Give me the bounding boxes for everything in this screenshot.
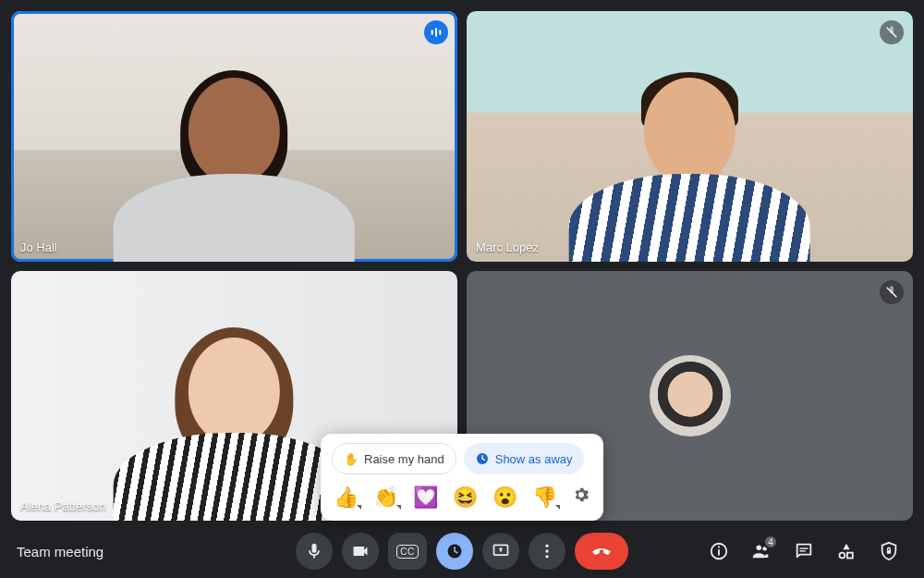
meet-app: Jo Hall Marc Lopez Alena Patterson: [0, 0, 924, 578]
svg-point-6: [545, 545, 548, 547]
svg-point-16: [839, 553, 845, 559]
skintone-caret-icon: [396, 505, 401, 510]
reaction-surprised[interactable]: 😮: [492, 487, 517, 508]
show-as-away-button[interactable]: Show as away: [464, 443, 584, 474]
activities-button[interactable]: [828, 533, 865, 570]
svg-rect-14: [799, 547, 808, 548]
present-button[interactable]: [482, 533, 519, 570]
svg-rect-11: [718, 547, 720, 548]
camera-icon: [351, 542, 370, 560]
muted-icon: [880, 280, 904, 304]
participant-name: Alena Patterson: [20, 499, 106, 513]
skintone-caret-icon: [555, 505, 560, 510]
speaking-indicator-icon: [424, 20, 448, 44]
hand-icon: ✋: [344, 452, 359, 466]
reactions-button[interactable]: [436, 533, 473, 570]
participant-video: [101, 67, 369, 262]
svg-rect-15: [799, 550, 805, 551]
reaction-heart[interactable]: 💟: [413, 487, 438, 508]
svg-rect-18: [887, 550, 892, 554]
svg-rect-2: [439, 30, 441, 34]
gear-icon: [572, 486, 590, 504]
svg-rect-17: [847, 553, 853, 559]
svg-rect-10: [718, 549, 720, 555]
captions-button[interactable]: CC: [388, 533, 427, 570]
participant-name: Jo Hall: [20, 240, 57, 254]
avatar: [650, 355, 731, 437]
svg-rect-0: [432, 30, 433, 34]
chat-icon: [794, 541, 814, 561]
clock-icon: [445, 542, 464, 560]
raise-hand-button[interactable]: ✋ Raise my hand: [332, 443, 456, 474]
chat-button[interactable]: [785, 533, 822, 570]
right-controls: 4: [700, 533, 907, 570]
bottom-bar: Team meeting CC: [0, 524, 924, 578]
people-count-badge: 4: [763, 535, 778, 549]
cc-icon: CC: [396, 545, 418, 559]
present-screen-icon: [492, 542, 510, 560]
meeting-title: Team meeting: [17, 544, 103, 560]
people-button[interactable]: 4: [743, 533, 780, 570]
reactions-popup: ✋ Raise my hand Show as away 👍 👏 💟 😆 😮 👎: [321, 434, 603, 521]
reaction-clap[interactable]: 👏: [373, 487, 398, 508]
more-options-button[interactable]: [529, 533, 565, 570]
show-as-away-label: Show as away: [495, 452, 573, 466]
clock-icon: [475, 451, 490, 466]
svg-point-12: [757, 546, 762, 551]
call-controls: CC: [296, 533, 628, 570]
svg-rect-1: [435, 28, 437, 36]
info-icon: [709, 541, 729, 561]
more-vert-icon: [538, 542, 556, 560]
hangup-icon: [590, 540, 613, 562]
skintone-caret-icon: [357, 505, 361, 510]
camera-button[interactable]: [342, 533, 379, 570]
muted-icon: [880, 20, 904, 44]
reaction-thumbs-up[interactable]: 👍: [334, 487, 359, 508]
leave-call-button[interactable]: [575, 533, 628, 570]
reaction-settings-button[interactable]: [572, 486, 590, 510]
svg-point-7: [545, 549, 548, 552]
reaction-laugh[interactable]: 😆: [453, 487, 478, 508]
reaction-thumbs-down[interactable]: 👎: [532, 487, 557, 508]
meeting-details-button[interactable]: [700, 533, 737, 570]
svg-point-8: [545, 555, 548, 558]
mic-button[interactable]: [296, 533, 333, 570]
host-controls-button[interactable]: [870, 533, 907, 570]
microphone-icon: [305, 542, 323, 560]
participant-tile[interactable]: Jo Hall: [11, 11, 457, 262]
participant-video: [556, 67, 824, 262]
participant-name: Marc Lopez: [476, 240, 539, 254]
shapes-icon: [836, 541, 857, 561]
raise-hand-label: Raise my hand: [364, 452, 444, 466]
participant-tile[interactable]: Marc Lopez: [467, 11, 913, 262]
shield-lock-icon: [879, 541, 899, 561]
